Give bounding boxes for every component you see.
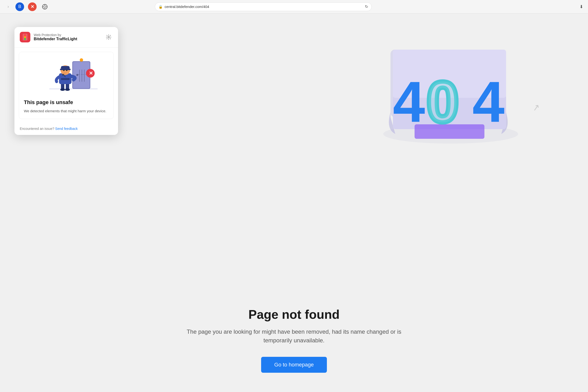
svg-point-19	[108, 36, 109, 38]
illustration-container: 4 0 0 4	[371, 21, 528, 146]
svg-point-17	[24, 36, 26, 38]
svg-text:4: 4	[472, 70, 505, 134]
popup-title: Bitdefender TrafficLight	[34, 37, 101, 41]
404-illustration: 4 0 0 4	[371, 21, 528, 146]
popup-header: Web Protection by Bitdefender TrafficLig…	[14, 27, 118, 48]
close-extension-icon[interactable]: ✕	[28, 2, 37, 11]
svg-text:0: 0	[427, 70, 459, 134]
svg-point-40	[63, 70, 64, 71]
nav-back-button[interactable]: ›	[5, 3, 11, 10]
url-text: central.bitdefender.com/404	[164, 4, 363, 9]
popup-illustration: ←···→ ✕	[24, 57, 109, 96]
generic-extension-icon[interactable]	[40, 2, 49, 11]
unsafe-desc: We detected elements that might harm you…	[24, 108, 109, 114]
page-title: Page not found	[186, 307, 403, 322]
goto-homepage-button[interactable]: Go to homepage	[261, 357, 327, 373]
popup-header-text: Web Protection by Bitdefender TrafficLig…	[34, 33, 101, 41]
popup-footer: Encountered an issue? Send feedback	[14, 123, 118, 135]
svg-point-34	[65, 88, 70, 91]
popup-subtitle: Web Protection by	[34, 33, 101, 37]
bitwarden-extension-icon[interactable]: B	[15, 2, 24, 11]
svg-text:4: 4	[393, 70, 425, 134]
svg-point-18	[24, 38, 26, 40]
popup-body: ←···→ ✕	[14, 48, 118, 123]
footer-prefix: Encountered an issue?	[20, 127, 54, 130]
svg-point-41	[66, 70, 67, 71]
svg-text:✕: ✕	[89, 70, 93, 76]
address-bar[interactable]: 🔒 central.bitdefender.com/404 ↻	[155, 2, 372, 11]
bitdefender-logo	[20, 32, 30, 42]
unsafe-title: This page is unsafe	[24, 99, 109, 106]
svg-point-16	[24, 34, 26, 36]
browser-chrome: › B ✕ 🔒 central.bitdefender.com/404 ↻ ⬇	[0, 0, 588, 14]
page-description: The page you are looking for might have …	[186, 328, 403, 345]
background-cursor-icon: ↗	[532, 102, 541, 114]
lock-icon: 🔒	[158, 5, 163, 9]
not-found-content: Page not found The page you are looking …	[186, 307, 403, 373]
popup-card: ←···→ ✕	[19, 52, 114, 119]
svg-rect-36	[61, 78, 70, 80]
svg-point-1	[44, 6, 46, 8]
reload-icon[interactable]: ↻	[365, 4, 368, 9]
download-icon[interactable]: ⬇	[580, 4, 583, 10]
send-feedback-link[interactable]: Send feedback	[55, 127, 77, 130]
page-content: 4 0 0 4 ↗ Page not found The page you ar…	[0, 14, 588, 392]
svg-point-26	[76, 74, 78, 76]
svg-rect-39	[60, 69, 70, 70]
svg-point-27	[80, 58, 83, 62]
popup-settings-icon[interactable]	[104, 33, 113, 41]
trafficlight-popup: Web Protection by Bitdefender TrafficLig…	[14, 27, 118, 135]
svg-point-33	[60, 88, 65, 91]
